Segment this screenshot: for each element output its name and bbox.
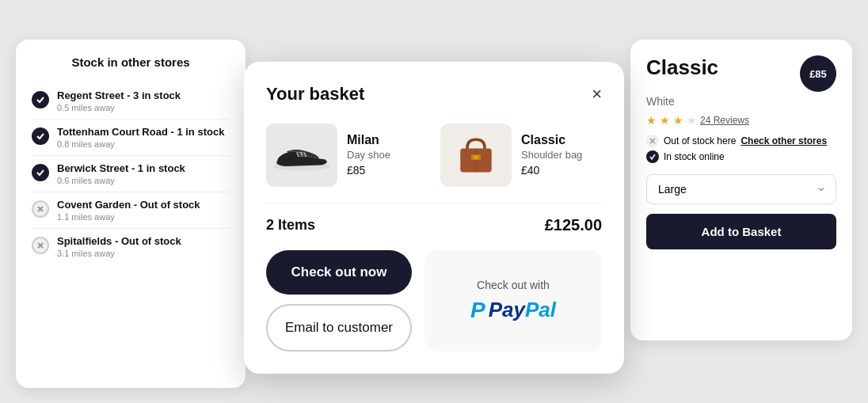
paypal-section[interactable]: Check out with P PayPal xyxy=(424,250,602,352)
basket-item-bag: Classic Shoulder bag £40 xyxy=(440,124,602,187)
stock-row-online: In stock online xyxy=(646,150,836,163)
out-stock-icon-covent xyxy=(32,200,49,218)
store-name-covent: Covent Garden - Out of stock xyxy=(57,199,200,211)
basket-actions: Check out now Email to customer Check ou… xyxy=(266,250,602,352)
bag-image xyxy=(440,124,512,187)
store-name-regent: Regent Street - 3 in stock xyxy=(57,89,181,101)
paypal-text: PayPal xyxy=(489,298,556,322)
in-stock-icon-tottenham xyxy=(32,127,49,145)
basket-item-shoe: Milan Day shoe £85 xyxy=(266,124,428,187)
basket-divider xyxy=(266,203,602,203)
in-stock-online-text: In stock online xyxy=(664,151,725,162)
item-price-classic: £40 xyxy=(521,164,602,177)
star-3: ★ xyxy=(673,114,683,127)
item-name-classic: Classic xyxy=(521,133,602,147)
stock-info: Out of stock here Check other stores In … xyxy=(646,135,836,163)
size-select[interactable]: Large Small Medium X-Large xyxy=(646,174,836,204)
out-of-stock-icon xyxy=(646,135,659,147)
check-other-stores-link[interactable]: Check other stores xyxy=(740,135,827,146)
product-panel: Classic £85 White ★ ★ ★ ★ 24 Reviews Out… xyxy=(630,40,852,340)
paypal-logo: P PayPal xyxy=(470,298,556,323)
total-price: £125.00 xyxy=(545,216,602,234)
star-4: ★ xyxy=(687,114,697,127)
store-distance-tottenham: 0.8 miles away xyxy=(57,139,224,149)
modal-header: Your basket × xyxy=(266,84,602,105)
store-distance-spitalfields: 3.1 miles away xyxy=(57,249,181,258)
out-of-stock-text: Out of stock here xyxy=(664,135,736,146)
reviews-link[interactable]: 24 Reviews xyxy=(700,115,749,126)
item-desc-classic: Shoulder bag xyxy=(521,149,602,161)
star-2: ★ xyxy=(660,114,670,127)
stars-row: ★ ★ ★ ★ 24 Reviews xyxy=(646,114,836,127)
scene: Stock in other stores Regent Street - 3 … xyxy=(16,16,852,403)
modal-title: Your basket xyxy=(266,84,364,105)
in-stock-icon-regent xyxy=(32,91,49,108)
item-price-milan: £85 xyxy=(347,164,428,177)
basket-items: Milan Day shoe £85 xyxy=(266,124,602,187)
in-stock-icon xyxy=(646,150,659,163)
price-badge: £85 xyxy=(800,55,836,92)
in-stock-icon-berwick xyxy=(32,164,49,181)
store-item-berwick: Berwick Street - 1 in stock 0.6 miles aw… xyxy=(32,156,230,192)
store-distance-regent: 0.5 miles away xyxy=(57,103,181,112)
item-name-milan: Milan xyxy=(347,133,428,147)
stock-panel: Stock in other stores Regent Street - 3 … xyxy=(16,40,246,388)
basket-modal: Your basket × xyxy=(244,62,624,374)
store-item-covent: Covent Garden - Out of stock 1.1 miles a… xyxy=(32,192,230,229)
store-item-spitalfields: Spitalfields - Out of stock 3.1 miles aw… xyxy=(32,229,230,264)
checkout-button[interactable]: Check out now xyxy=(266,250,412,295)
out-stock-icon-spitalfields xyxy=(32,237,49,254)
left-actions: Check out now Email to customer xyxy=(266,250,412,352)
add-to-basket-button[interactable]: Add to Basket xyxy=(646,214,836,249)
stock-panel-title: Stock in other stores xyxy=(32,55,230,69)
item-desc-milan: Day shoe xyxy=(347,149,428,161)
store-name-spitalfields: Spitalfields - Out of stock xyxy=(57,235,181,247)
paypal-icon: P xyxy=(470,298,485,323)
items-count: 2 Items xyxy=(266,217,315,234)
svg-rect-15 xyxy=(474,155,478,158)
store-item-regent: Regent Street - 3 in stock 0.5 miles awa… xyxy=(32,83,230,120)
store-item-tottenham: Tottenham Court Road - 1 in stock 0.8 mi… xyxy=(32,120,230,156)
product-title: Classic xyxy=(646,55,718,80)
basket-summary: 2 Items £125.00 xyxy=(266,216,602,234)
store-distance-covent: 1.1 miles away xyxy=(57,212,200,222)
product-header: Classic £85 xyxy=(646,55,836,92)
stock-row-out: Out of stock here Check other stores xyxy=(646,135,836,147)
store-name-berwick: Berwick Street - 1 in stock xyxy=(57,162,185,174)
store-distance-berwick: 0.6 miles away xyxy=(57,176,185,185)
close-button[interactable]: × xyxy=(592,86,602,103)
store-name-tottenham: Tottenham Court Road - 1 in stock xyxy=(57,126,224,138)
star-1: ★ xyxy=(646,114,657,127)
paypal-checkout-text: Check out with xyxy=(477,279,550,291)
product-subtitle: White xyxy=(646,95,836,108)
email-button[interactable]: Email to customer xyxy=(266,304,412,352)
shoe-image xyxy=(266,124,337,187)
